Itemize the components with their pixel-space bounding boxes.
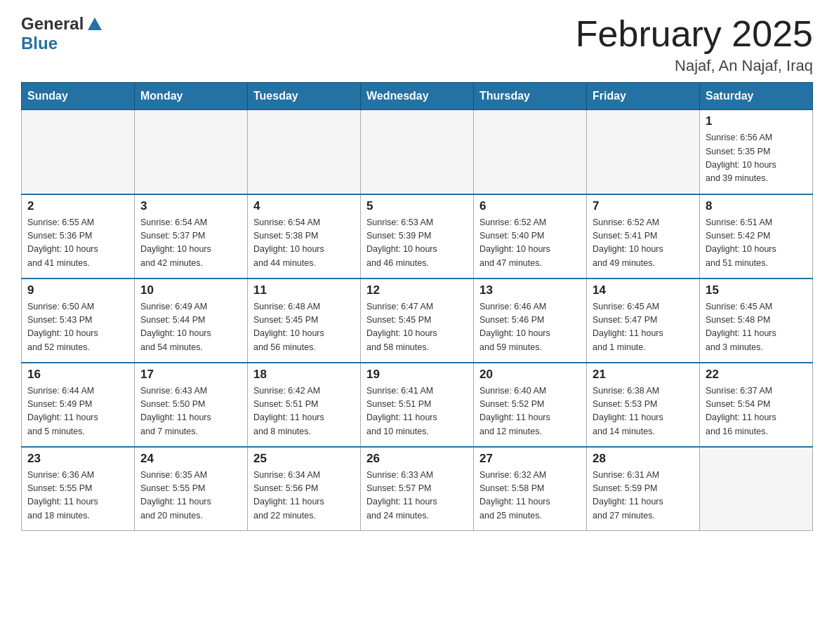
day-info: Sunrise: 6:40 AM Sunset: 5:52 PM Dayligh… xyxy=(479,384,581,439)
logo-general-text: General xyxy=(21,14,84,34)
day-number: 5 xyxy=(366,199,468,213)
calendar-cell: 25Sunrise: 6:34 AM Sunset: 5:56 PM Dayli… xyxy=(248,447,361,531)
calendar-cell: 1Sunrise: 6:56 AM Sunset: 5:35 PM Daylig… xyxy=(700,110,813,194)
calendar-cell: 27Sunrise: 6:32 AM Sunset: 5:58 PM Dayli… xyxy=(474,447,587,531)
calendar-cell: 26Sunrise: 6:33 AM Sunset: 5:57 PM Dayli… xyxy=(361,447,474,531)
calendar-cell: 5Sunrise: 6:53 AM Sunset: 5:39 PM Daylig… xyxy=(361,194,474,279)
day-info: Sunrise: 6:55 AM Sunset: 5:36 PM Dayligh… xyxy=(27,216,128,271)
calendar-cell: 19Sunrise: 6:41 AM Sunset: 5:51 PM Dayli… xyxy=(361,363,474,447)
title-section: February 2025 Najaf, An Najaf, Iraq xyxy=(576,14,813,75)
day-number: 16 xyxy=(27,368,128,382)
weekday-header-saturday: Saturday xyxy=(700,83,813,110)
week-row-4: 16Sunrise: 6:44 AM Sunset: 5:49 PM Dayli… xyxy=(22,363,813,447)
day-info: Sunrise: 6:44 AM Sunset: 5:49 PM Dayligh… xyxy=(27,384,128,439)
day-number: 15 xyxy=(706,283,807,297)
calendar-cell: 13Sunrise: 6:46 AM Sunset: 5:46 PM Dayli… xyxy=(474,279,587,363)
calendar-title: February 2025 xyxy=(576,14,813,54)
weekday-header-sunday: Sunday xyxy=(22,83,135,110)
weekday-header-friday: Friday xyxy=(587,83,700,110)
day-number: 26 xyxy=(366,452,468,466)
calendar-cell: 17Sunrise: 6:43 AM Sunset: 5:50 PM Dayli… xyxy=(135,363,248,447)
day-info: Sunrise: 6:31 AM Sunset: 5:59 PM Dayligh… xyxy=(593,469,694,523)
day-number: 7 xyxy=(593,199,694,213)
day-info: Sunrise: 6:54 AM Sunset: 5:38 PM Dayligh… xyxy=(253,216,355,271)
day-number: 14 xyxy=(593,283,694,297)
day-info: Sunrise: 6:37 AM Sunset: 5:54 PM Dayligh… xyxy=(706,384,807,439)
day-number: 25 xyxy=(253,452,355,466)
calendar-cell: 23Sunrise: 6:36 AM Sunset: 5:55 PM Dayli… xyxy=(22,447,135,531)
day-number: 2 xyxy=(27,199,128,213)
day-number: 21 xyxy=(593,368,694,382)
calendar-cell: 12Sunrise: 6:47 AM Sunset: 5:45 PM Dayli… xyxy=(361,279,474,363)
weekday-header-wednesday: Wednesday xyxy=(361,83,474,110)
day-info: Sunrise: 6:51 AM Sunset: 5:42 PM Dayligh… xyxy=(706,216,807,271)
page-header: General Blue February 2025 Najaf, An Naj… xyxy=(21,14,813,75)
calendar-cell: 6Sunrise: 6:52 AM Sunset: 5:40 PM Daylig… xyxy=(474,194,587,279)
day-info: Sunrise: 6:34 AM Sunset: 5:56 PM Dayligh… xyxy=(253,469,355,523)
calendar-cell xyxy=(361,110,474,194)
calendar-cell: 20Sunrise: 6:40 AM Sunset: 5:52 PM Dayli… xyxy=(474,363,587,447)
day-info: Sunrise: 6:54 AM Sunset: 5:37 PM Dayligh… xyxy=(140,216,241,271)
calendar-cell: 28Sunrise: 6:31 AM Sunset: 5:59 PM Dayli… xyxy=(587,447,700,531)
calendar-cell: 3Sunrise: 6:54 AM Sunset: 5:37 PM Daylig… xyxy=(135,194,248,279)
calendar-cell: 7Sunrise: 6:52 AM Sunset: 5:41 PM Daylig… xyxy=(587,194,700,279)
week-row-5: 23Sunrise: 6:36 AM Sunset: 5:55 PM Dayli… xyxy=(22,447,813,531)
calendar-cell: 21Sunrise: 6:38 AM Sunset: 5:53 PM Dayli… xyxy=(587,363,700,447)
day-number: 9 xyxy=(27,283,128,297)
day-number: 10 xyxy=(140,283,241,297)
weekday-header-thursday: Thursday xyxy=(474,83,587,110)
day-number: 11 xyxy=(253,283,355,297)
day-info: Sunrise: 6:32 AM Sunset: 5:58 PM Dayligh… xyxy=(479,469,581,523)
calendar-cell xyxy=(700,447,813,531)
calendar-cell: 8Sunrise: 6:51 AM Sunset: 5:42 PM Daylig… xyxy=(700,194,813,279)
calendar-cell: 24Sunrise: 6:35 AM Sunset: 5:55 PM Dayli… xyxy=(135,447,248,531)
day-info: Sunrise: 6:43 AM Sunset: 5:50 PM Dayligh… xyxy=(140,384,241,439)
day-info: Sunrise: 6:50 AM Sunset: 5:43 PM Dayligh… xyxy=(27,300,128,355)
day-number: 22 xyxy=(706,368,807,382)
calendar-cell: 9Sunrise: 6:50 AM Sunset: 5:43 PM Daylig… xyxy=(22,279,135,363)
day-info: Sunrise: 6:52 AM Sunset: 5:41 PM Dayligh… xyxy=(593,216,694,271)
week-row-2: 2Sunrise: 6:55 AM Sunset: 5:36 PM Daylig… xyxy=(22,194,813,279)
calendar-table: SundayMondayTuesdayWednesdayThursdayFrid… xyxy=(21,82,813,531)
day-info: Sunrise: 6:46 AM Sunset: 5:46 PM Dayligh… xyxy=(479,300,581,355)
day-info: Sunrise: 6:42 AM Sunset: 5:51 PM Dayligh… xyxy=(253,384,355,439)
calendar-cell: 18Sunrise: 6:42 AM Sunset: 5:51 PM Dayli… xyxy=(248,363,361,447)
weekday-header-row: SundayMondayTuesdayWednesdayThursdayFrid… xyxy=(22,83,813,110)
calendar-cell: 10Sunrise: 6:49 AM Sunset: 5:44 PM Dayli… xyxy=(135,279,248,363)
calendar-cell: 16Sunrise: 6:44 AM Sunset: 5:49 PM Dayli… xyxy=(22,363,135,447)
calendar-cell: 22Sunrise: 6:37 AM Sunset: 5:54 PM Dayli… xyxy=(700,363,813,447)
day-info: Sunrise: 6:53 AM Sunset: 5:39 PM Dayligh… xyxy=(366,216,468,271)
weekday-header-monday: Monday xyxy=(135,83,248,110)
day-number: 19 xyxy=(366,368,468,382)
calendar-cell xyxy=(587,110,700,194)
day-number: 24 xyxy=(140,452,241,466)
day-number: 27 xyxy=(479,452,581,466)
calendar-cell xyxy=(135,110,248,194)
weekday-header-tuesday: Tuesday xyxy=(248,83,361,110)
day-info: Sunrise: 6:36 AM Sunset: 5:55 PM Dayligh… xyxy=(27,469,128,523)
day-info: Sunrise: 6:45 AM Sunset: 5:48 PM Dayligh… xyxy=(706,300,807,355)
day-number: 28 xyxy=(593,452,694,466)
day-info: Sunrise: 6:47 AM Sunset: 5:45 PM Dayligh… xyxy=(366,300,468,355)
day-number: 23 xyxy=(27,452,128,466)
calendar-cell: 11Sunrise: 6:48 AM Sunset: 5:45 PM Dayli… xyxy=(248,279,361,363)
day-info: Sunrise: 6:45 AM Sunset: 5:47 PM Dayligh… xyxy=(593,300,694,355)
day-number: 1 xyxy=(706,114,807,128)
day-info: Sunrise: 6:52 AM Sunset: 5:40 PM Dayligh… xyxy=(479,216,581,271)
day-info: Sunrise: 6:48 AM Sunset: 5:45 PM Dayligh… xyxy=(253,300,355,355)
calendar-cell xyxy=(22,110,135,194)
svg-marker-0 xyxy=(88,18,102,30)
week-row-1: 1Sunrise: 6:56 AM Sunset: 5:35 PM Daylig… xyxy=(22,110,813,194)
week-row-3: 9Sunrise: 6:50 AM Sunset: 5:43 PM Daylig… xyxy=(22,279,813,363)
day-number: 12 xyxy=(366,283,468,297)
day-number: 20 xyxy=(479,368,581,382)
day-info: Sunrise: 6:33 AM Sunset: 5:57 PM Dayligh… xyxy=(366,469,468,523)
day-number: 18 xyxy=(253,368,355,382)
calendar-cell xyxy=(248,110,361,194)
day-number: 6 xyxy=(479,199,581,213)
calendar-cell: 2Sunrise: 6:55 AM Sunset: 5:36 PM Daylig… xyxy=(22,194,135,279)
day-info: Sunrise: 6:56 AM Sunset: 5:35 PM Dayligh… xyxy=(706,131,807,186)
day-number: 8 xyxy=(706,199,807,213)
day-info: Sunrise: 6:41 AM Sunset: 5:51 PM Dayligh… xyxy=(366,384,468,439)
calendar-cell: 14Sunrise: 6:45 AM Sunset: 5:47 PM Dayli… xyxy=(587,279,700,363)
